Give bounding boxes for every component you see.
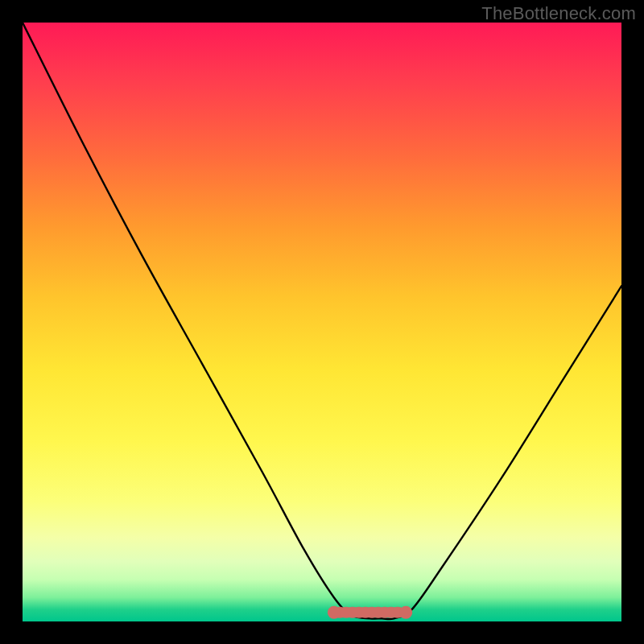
plot-area — [23, 23, 621, 621]
svg-point-3 — [399, 606, 412, 619]
chart-frame: TheBottleneck.com — [0, 0, 644, 644]
svg-point-2 — [328, 606, 341, 619]
bottleneck-curve — [23, 23, 621, 619]
watermark-text: TheBottleneck.com — [481, 3, 636, 24]
chart-svg — [23, 23, 621, 621]
optimal-range-marker — [328, 606, 412, 619]
